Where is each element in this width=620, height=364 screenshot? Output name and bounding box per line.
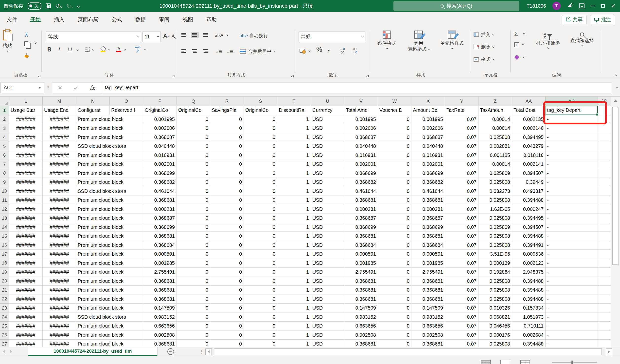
cell[interactable]: 0.025808 <box>478 295 512 304</box>
cell[interactable]: 0 <box>210 124 244 133</box>
search-box[interactable]: 搜索(Alt+Q) <box>393 1 519 11</box>
cell[interactable]: ####### <box>43 142 76 151</box>
format-as-table-button[interactable]: 套用 表格格式 <box>404 31 433 52</box>
cell[interactable]: ####### <box>9 268 43 277</box>
cell[interactable]: 0.368687 <box>344 214 378 223</box>
cell[interactable]: - <box>546 295 598 304</box>
cell[interactable]: ####### <box>9 277 43 286</box>
cell[interactable]: 0.032273 <box>478 187 512 196</box>
cell[interactable]: 0.00014 <box>478 115 512 124</box>
cell[interactable]: 2.755491 <box>143 268 177 277</box>
vertical-scroll-thumb[interactable] <box>612 107 619 265</box>
cell[interactable]: 1 <box>277 214 311 223</box>
cell[interactable]: 0 <box>177 259 210 268</box>
cell[interactable]: SSD cloud block stora <box>76 142 143 151</box>
tab-视图[interactable]: 视图 <box>176 16 200 23</box>
cell[interactable]: 0 <box>177 142 210 151</box>
cell[interactable]: 0 <box>210 331 244 340</box>
cell[interactable]: 0 <box>244 151 277 160</box>
cell[interactable]: ####### <box>43 286 76 295</box>
cell[interactable]: ####### <box>43 160 76 169</box>
cell[interactable]: 0 <box>378 295 411 304</box>
cell[interactable]: 0 <box>378 169 411 178</box>
font-dialog-launcher[interactable] <box>173 75 175 77</box>
chevron-down-icon[interactable] <box>308 50 310 51</box>
cell[interactable]: 0.07 <box>445 259 478 268</box>
cell[interactable]: 0.368682 <box>143 178 177 187</box>
cell[interactable]: 0.983152 <box>344 313 378 322</box>
cell[interactable]: 0.040448 <box>411 142 445 151</box>
cell[interactable]: 0.025809 <box>478 169 512 178</box>
cell[interactable]: 0 <box>378 232 411 241</box>
cell[interactable]: SSD cloud block stora <box>76 187 143 196</box>
cell[interactable]: 0.368699 <box>411 223 445 232</box>
cell[interactable] <box>598 196 611 205</box>
cell[interactable]: 0.040448 <box>143 142 177 151</box>
bold-button[interactable]: B <box>47 46 52 53</box>
cell[interactable]: 0 <box>177 304 210 313</box>
share-button[interactable]: 共享 <box>562 15 587 24</box>
cell[interactable]: 0 <box>210 259 244 268</box>
cell[interactable]: Premium cloud block <box>76 232 143 241</box>
zoom-slider[interactable] <box>552 362 597 363</box>
cell[interactable]: 2.948375 <box>512 268 546 277</box>
cell[interactable]: 0 <box>378 160 411 169</box>
chevron-down-icon[interactable] <box>522 43 524 45</box>
row-header-27[interactable]: 27 <box>0 340 9 347</box>
cell[interactable]: USD <box>311 340 344 347</box>
cell[interactable]: 0.000231 <box>411 205 445 214</box>
cell[interactable]: - <box>546 142 598 151</box>
cell[interactable]: USD <box>311 250 344 259</box>
cell[interactable]: 0.068821 <box>478 313 512 322</box>
cell[interactable]: 0.394507 <box>512 223 546 232</box>
cell[interactable] <box>598 160 611 169</box>
cell[interactable]: 0.07 <box>445 340 478 347</box>
cell[interactable]: ####### <box>43 124 76 133</box>
cell[interactable]: - <box>546 286 598 295</box>
cell[interactable]: 0.07 <box>445 214 478 223</box>
cell[interactable]: - <box>546 151 598 160</box>
cell[interactable]: Premium cloud block <box>76 250 143 259</box>
cell[interactable]: 0.39449 <box>512 178 546 187</box>
cell[interactable]: - <box>546 322 598 331</box>
cell[interactable]: 1 <box>277 142 311 151</box>
italic-button[interactable]: I <box>58 46 60 53</box>
cell[interactable]: 0 <box>210 223 244 232</box>
cell[interactable]: - <box>546 169 598 178</box>
cell[interactable]: 0 <box>378 340 411 347</box>
cell[interactable]: 1 <box>277 241 311 250</box>
chevron-down-icon[interactable] <box>523 56 525 58</box>
tab-公式[interactable]: 公式 <box>105 16 129 23</box>
cell[interactable]: 0.368684 <box>344 241 378 250</box>
cell[interactable]: 0.07 <box>445 250 478 259</box>
paste-button[interactable]: 粘贴 <box>2 30 12 52</box>
chevron-down-icon[interactable] <box>144 49 146 50</box>
cell[interactable]: - <box>546 205 598 214</box>
cell[interactable]: 0 <box>210 214 244 223</box>
cell[interactable]: 0.368681 <box>143 277 177 286</box>
phonetic-guide-icon[interactable]: wén 文 <box>135 46 141 52</box>
decrease-decimal-icon[interactable]: .00→.0 <box>351 47 357 54</box>
cell[interactable]: 0 <box>244 340 277 347</box>
cell[interactable]: 0 <box>378 331 411 340</box>
cell[interactable]: ####### <box>9 295 43 304</box>
cell[interactable]: 0.461044 <box>143 187 177 196</box>
cell[interactable]: - <box>546 340 598 347</box>
tab-页面布局[interactable]: 页面布局 <box>71 16 105 23</box>
cell[interactable]: 0.394488 <box>512 295 546 304</box>
cell[interactable]: ####### <box>43 151 76 160</box>
row-header-10[interactable]: 10 <box>0 187 9 196</box>
fill-color-icon[interactable] <box>101 46 106 52</box>
cell[interactable]: USD <box>311 187 344 196</box>
cell[interactable]: 0 <box>244 160 277 169</box>
cell[interactable]: ####### <box>9 169 43 178</box>
column-header-AA[interactable]: AA <box>512 97 546 106</box>
row-header-23[interactable]: 23 <box>0 304 9 313</box>
cell[interactable]: ####### <box>9 214 43 223</box>
chevron-down-icon[interactable] <box>76 49 78 50</box>
cell[interactable]: 0 <box>244 223 277 232</box>
cell[interactable]: 0.394488 <box>512 196 546 205</box>
row-header-9[interactable]: 9 <box>0 178 9 187</box>
ribbon-display-options-icon[interactable] <box>579 3 585 8</box>
cell[interactable]: 1 <box>277 124 311 133</box>
